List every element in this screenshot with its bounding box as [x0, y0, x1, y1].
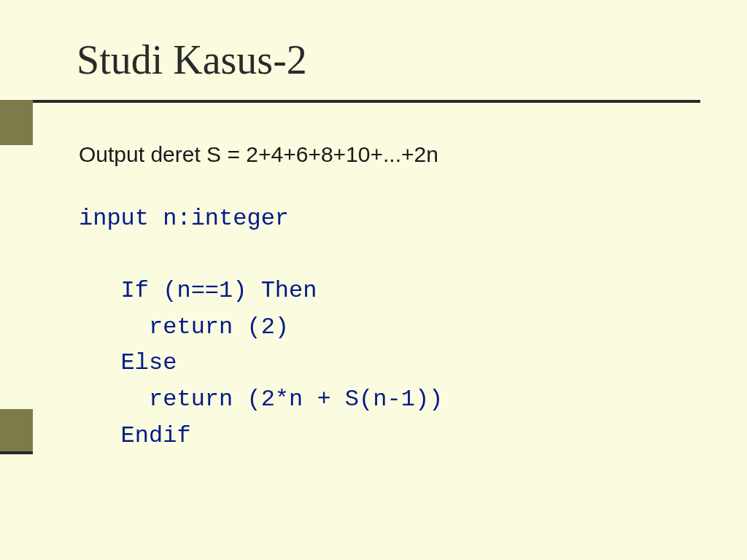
code-line: Endif	[79, 422, 191, 449]
code-line: return (2)	[79, 314, 289, 341]
code-block: input n:integer If (n==1) Then return (2…	[79, 201, 443, 454]
divider-bottom	[0, 451, 33, 454]
code-line: If (n==1) Then	[79, 277, 317, 304]
code-line: return (2*n + S(n-1))	[79, 386, 443, 413]
accent-bottom	[0, 409, 33, 454]
code-line: input n:integer	[79, 205, 289, 232]
code-line: Else	[79, 349, 177, 376]
slide: Studi Kasus-2 Output deret S = 2+4+6+8+1…	[0, 0, 747, 560]
slide-title: Studi Kasus-2	[77, 36, 307, 83]
divider-top	[0, 100, 700, 103]
slide-description: Output deret S = 2+4+6+8+10+...+2n	[79, 142, 438, 167]
accent-top	[0, 100, 33, 145]
